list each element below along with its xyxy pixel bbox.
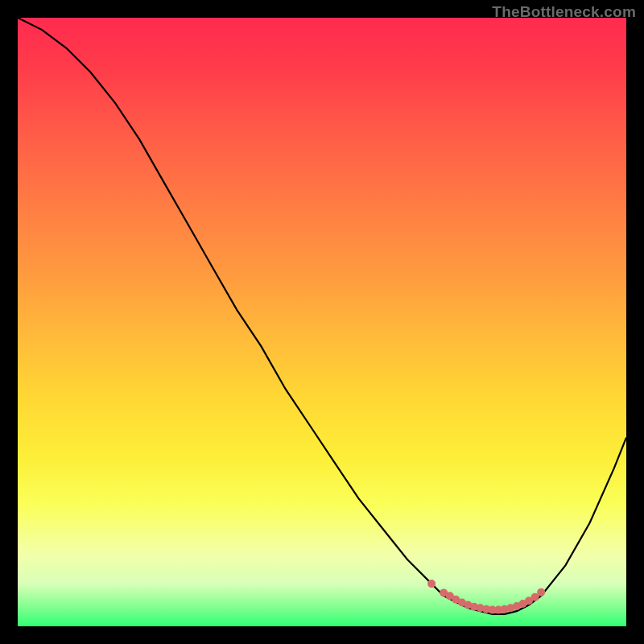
data-point [537, 588, 545, 597]
data-point [513, 602, 521, 610]
data-point [501, 605, 509, 613]
curve-line [18, 18, 626, 614]
data-point [519, 600, 527, 608]
data-point [531, 593, 539, 601]
dots-series [427, 580, 545, 614]
data-point [470, 603, 478, 611]
data-point [482, 605, 490, 613]
watermark-text: TheBottleneck.com [492, 3, 636, 21]
data-point [446, 592, 454, 600]
data-point [489, 606, 497, 614]
data-point [494, 606, 502, 614]
data-point [464, 601, 472, 609]
data-point [452, 596, 460, 604]
data-point [506, 604, 514, 612]
chart-container: TheBottleneck.com [0, 0, 644, 644]
plot-area [18, 18, 626, 626]
data-point [427, 580, 436, 588]
data-point [440, 588, 448, 597]
chart-svg [18, 18, 626, 626]
data-point [525, 597, 533, 605]
data-point [477, 604, 485, 612]
data-point [458, 599, 466, 607]
